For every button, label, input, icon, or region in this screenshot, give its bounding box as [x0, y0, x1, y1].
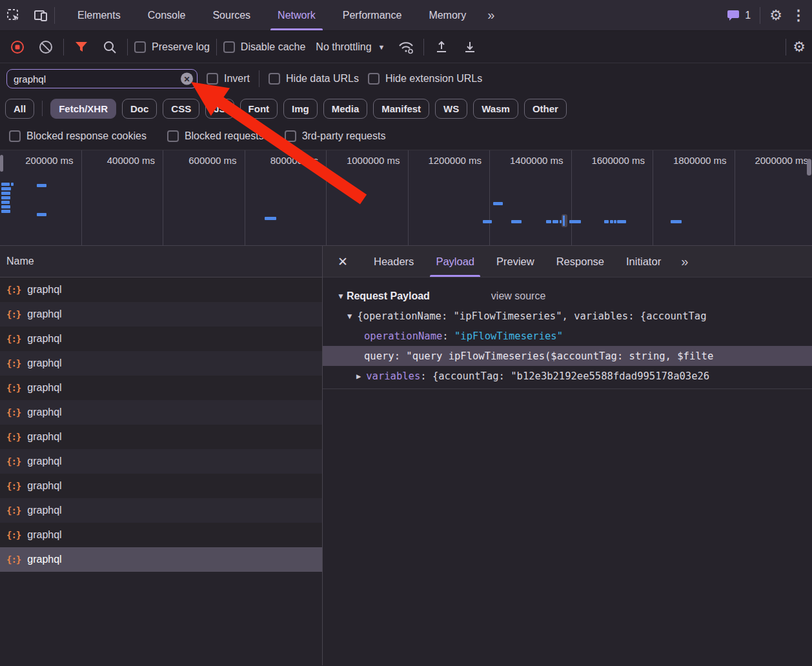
- request-row[interactable]: {:}graphql: [0, 302, 322, 327]
- clear-network-log-icon[interactable]: [35, 36, 57, 58]
- filter-chip-all[interactable]: All: [5, 99, 34, 119]
- root-collapse-triangle-icon[interactable]: ▼: [347, 312, 352, 321]
- kebab-menu-icon[interactable]: ⋮: [791, 8, 806, 23]
- record-network-log-icon[interactable]: [6, 36, 28, 58]
- request-row[interactable]: {:}graphql: [0, 449, 322, 474]
- request-row[interactable]: {:}graphql: [0, 474, 322, 498]
- import-har-icon[interactable]: [431, 36, 452, 58]
- issues-counter[interactable]: 1: [727, 10, 751, 21]
- filter-chip-js[interactable]: JS: [205, 99, 234, 119]
- request-row[interactable]: {:}graphql: [0, 498, 322, 523]
- request-name-label: graphql: [27, 407, 61, 418]
- waterfall-bar: [511, 220, 522, 223]
- waterfall-bar: [553, 220, 558, 223]
- request-row[interactable]: {:}graphql: [0, 547, 322, 572]
- message-bubble-icon: [727, 10, 740, 21]
- toolbar-separator-4: [423, 39, 424, 56]
- export-har-icon[interactable]: [459, 36, 481, 58]
- variables-value: {accountTag: "b12e3b2192ee5588fdad995178…: [432, 370, 709, 382]
- request-row[interactable]: {:}graphql: [0, 351, 322, 376]
- filter-chip-fetch-xhr[interactable]: Fetch/XHR: [50, 99, 116, 119]
- disable-cache-checkbox[interactable]: Disable cache: [223, 41, 306, 53]
- close-details-icon[interactable]: ✕: [323, 246, 363, 277]
- filter-chip-other[interactable]: Other: [524, 99, 567, 119]
- tab-sources[interactable]: Sources: [199, 0, 264, 30]
- settings-gear-icon[interactable]: ⚙: [769, 8, 782, 23]
- request-row[interactable]: {:}graphql: [0, 523, 322, 547]
- inspect-element-icon[interactable]: [0, 0, 27, 30]
- query-row[interactable]: query: "query ipFlowTimeseries($accountT…: [323, 346, 812, 366]
- devtools-window: Elements Console Sources Network Perform…: [0, 0, 812, 666]
- filter-chip-css[interactable]: CSS: [163, 99, 199, 119]
- clear-filter-icon[interactable]: ✕: [181, 73, 193, 85]
- tab-elements[interactable]: Elements: [64, 0, 134, 30]
- waterfall-bar: [604, 220, 609, 223]
- topbar-right-controls: 1 ⚙ ⋮: [727, 0, 812, 30]
- request-row[interactable]: {:}graphql: [0, 376, 322, 400]
- tab-performance[interactable]: Performance: [329, 0, 416, 30]
- toolbar-separator-2: [127, 39, 128, 56]
- timeline-tick-labels: 200000 ms400000 ms600000 ms800000 ms1000…: [0, 150, 812, 245]
- tab-payload[interactable]: Payload: [425, 246, 485, 277]
- view-source-link[interactable]: view source: [491, 290, 545, 302]
- tab-response[interactable]: Response: [545, 246, 615, 277]
- request-row[interactable]: {:}graphql: [0, 327, 322, 351]
- waterfall-bar: [1, 196, 10, 199]
- timeline-tick: 1600000 ms: [572, 150, 654, 245]
- throttling-dropdown[interactable]: No throttling ▼: [312, 41, 389, 53]
- blocked-requests-checkbox[interactable]: Blocked requests: [167, 130, 264, 142]
- filter-chip-font[interactable]: Font: [240, 99, 278, 119]
- tab-network[interactable]: Network: [264, 0, 329, 30]
- blocked-response-cookies-checkbox[interactable]: Blocked response cookies: [9, 130, 147, 142]
- waterfall-bar: [569, 220, 581, 223]
- tab-memory[interactable]: Memory: [415, 0, 480, 30]
- more-tabs-icon[interactable]: »: [480, 0, 502, 30]
- network-overview-timeline[interactable]: 200000 ms400000 ms600000 ms800000 ms1000…: [0, 150, 812, 246]
- filter-input[interactable]: [6, 69, 198, 88]
- network-settings-gear-icon[interactable]: ⚙: [793, 40, 806, 54]
- filter-chip-manifest[interactable]: Manifest: [373, 99, 429, 119]
- request-row[interactable]: {:}graphql: [0, 400, 322, 425]
- network-conditions-icon[interactable]: [395, 36, 417, 58]
- request-table: Name {:}graphql{:}graphql{:}graphql{:}gr…: [0, 246, 323, 665]
- json-braces-icon: {:}: [6, 407, 21, 418]
- details-more-tabs-icon[interactable]: »: [672, 246, 697, 277]
- timeline-tick: 600000 ms: [163, 150, 245, 245]
- third-party-requests-checkbox[interactable]: 3rd-party requests: [285, 130, 386, 142]
- invert-checkbox[interactable]: Invert: [207, 73, 250, 85]
- timeline-left-grip[interactable]: [0, 155, 3, 172]
- payload-root-row[interactable]: ▼ {operationName: "ipFlowTimeseries", va…: [323, 306, 812, 326]
- filter-chip-img[interactable]: Img: [283, 99, 318, 119]
- device-toolbar-icon[interactable]: [27, 0, 54, 30]
- request-name-label: graphql: [27, 554, 61, 565]
- tab-headers[interactable]: Headers: [363, 246, 425, 277]
- tab-initiator[interactable]: Initiator: [615, 246, 672, 277]
- search-icon[interactable]: [99, 36, 121, 58]
- network-toolbar: Preserve log Disable cache No throttling…: [0, 31, 812, 63]
- filter-chip-media[interactable]: Media: [323, 99, 368, 119]
- request-name-label: graphql: [27, 358, 61, 369]
- payload-divider: [323, 388, 812, 389]
- json-braces-icon: {:}: [6, 554, 21, 565]
- filter-chip-wasm[interactable]: Wasm: [473, 99, 518, 119]
- variables-row[interactable]: ▶ variables: {accountTag: "b12e3b2192ee5…: [323, 366, 812, 386]
- toolbar-separator-3: [216, 39, 217, 56]
- hide-extension-urls-checkbox[interactable]: Hide extension URLs: [368, 73, 482, 85]
- collapse-triangle-icon[interactable]: ▼: [337, 292, 345, 301]
- hide-data-urls-checkbox[interactable]: Hide data URLs: [269, 73, 359, 85]
- third-party-requests-box: [285, 130, 296, 142]
- waterfall-bar: [1, 183, 10, 186]
- timeline-right-grip[interactable]: [807, 159, 811, 176]
- request-row[interactable]: {:}graphql: [0, 425, 322, 449]
- request-name-label: graphql: [27, 333, 61, 345]
- filter-chip-ws[interactable]: WS: [435, 99, 467, 119]
- name-column-header[interactable]: Name: [0, 246, 322, 278]
- filter-chip-doc[interactable]: Doc: [122, 99, 157, 119]
- tab-console[interactable]: Console: [134, 0, 199, 30]
- filter-funnel-icon[interactable]: [70, 36, 92, 58]
- tab-preview[interactable]: Preview: [485, 246, 545, 277]
- operation-name-row[interactable]: operationName: "ipFlowTimeseries": [323, 326, 812, 346]
- expand-triangle-icon[interactable]: ▶: [356, 372, 361, 381]
- request-row[interactable]: {:}graphql: [0, 278, 322, 302]
- preserve-log-checkbox[interactable]: Preserve log: [134, 41, 210, 53]
